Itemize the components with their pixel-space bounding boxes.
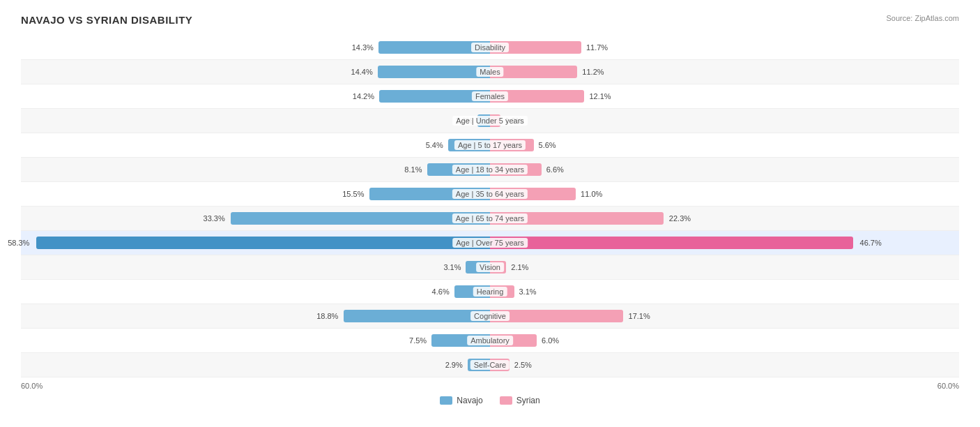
navajo-value: 2.9%: [445, 361, 463, 369]
bar-row: Age | 5 to 17 years5.4%5.6%: [21, 133, 959, 158]
syrian-value: 2.1%: [511, 263, 528, 271]
navajo-value: 3.1%: [443, 263, 461, 271]
bar-row: Males14.4%11.2%: [21, 60, 959, 84]
bar-label: Hearing: [473, 287, 507, 297]
x-axis-left: 60.0%: [21, 382, 43, 390]
navajo-value: 4.6%: [432, 287, 450, 296]
bar-row: Hearing4.6%3.1%: [21, 280, 959, 304]
x-axis-right: 60.0%: [937, 382, 959, 390]
syrian-legend-label: Syrian: [516, 396, 540, 405]
bar-row: Age | Over 75 years58.3%46.7%: [21, 231, 959, 255]
syrian-value: 12.1%: [589, 92, 611, 100]
navajo-legend-label: Navajo: [457, 396, 482, 405]
legend: Navajo Syrian: [21, 396, 959, 405]
navajo-value: 5.4%: [426, 141, 443, 149]
bar-row: Self-Care2.9%2.5%: [21, 353, 959, 377]
bar-label: Cognitive: [470, 311, 510, 321]
syrian-value: 11.2%: [582, 68, 604, 76]
syrian-value: 5.6%: [539, 141, 556, 149]
navajo-value: 15.5%: [342, 190, 364, 198]
syrian-value: 6.0%: [542, 336, 559, 345]
bar-label: Age | Under 5 years: [452, 116, 528, 126]
syrian-value: 22.3%: [669, 214, 691, 223]
navajo-value: 14.4%: [351, 68, 373, 76]
bar-row: Age | Under 5 years1.6%1.3%: [21, 109, 959, 133]
syrian-value: 3.1%: [519, 287, 537, 296]
syrian-value: 17.1%: [629, 312, 650, 320]
navajo-value: 8.1%: [404, 165, 422, 174]
bar-row: Ambulatory7.5%6.0%: [21, 329, 959, 353]
bar-label: Vision: [476, 262, 504, 272]
x-axis: 60.0% 60.0%: [21, 382, 959, 390]
navajo-bar: [344, 310, 490, 322]
navajo-bar: [378, 66, 490, 78]
bar-row: Disability14.3%11.7%: [21, 36, 959, 60]
bar-label: Age | 18 to 34 years: [452, 165, 528, 174]
legend-navajo: Navajo: [440, 396, 482, 405]
syrian-legend-box: [500, 396, 512, 405]
navajo-bar: [231, 212, 490, 225]
navajo-value: 14.2%: [353, 92, 374, 100]
navajo-value: 18.8%: [316, 312, 338, 320]
chart-title: NAVAJO VS SYRIAN DISABILITY: [21, 14, 192, 26]
legend-syrian: Syrian: [500, 396, 540, 405]
bar-label: Self-Care: [470, 360, 510, 370]
syrian-bar: [490, 237, 853, 249]
navajo-legend-box: [440, 396, 452, 405]
bar-label: Males: [476, 67, 503, 77]
navajo-value: 14.3%: [352, 43, 374, 52]
source-text: Source: ZipAtlas.com: [886, 14, 959, 22]
bar-label: Disability: [471, 43, 509, 52]
bar-row: Age | 35 to 64 years15.5%11.0%: [21, 182, 959, 207]
syrian-value: 2.5%: [514, 361, 532, 369]
bar-label: Age | 5 to 17 years: [454, 140, 526, 150]
bar-label: Females: [472, 91, 508, 101]
bar-label: Ambulatory: [467, 336, 513, 345]
navajo-bar: [36, 237, 490, 249]
bar-row: Age | 65 to 74 years33.3%22.3%: [21, 207, 959, 231]
syrian-value: 6.6%: [546, 165, 564, 174]
syrian-bar: [490, 310, 623, 322]
bar-row: Cognitive18.8%17.1%: [21, 304, 959, 329]
bar-row: Vision3.1%2.1%: [21, 255, 959, 280]
bar-label: Age | 65 to 74 years: [452, 214, 528, 223]
navajo-value: 33.3%: [204, 214, 225, 223]
bar-label: Age | 35 to 64 years: [452, 189, 528, 199]
navajo-value: 58.3%: [8, 239, 29, 247]
navajo-value: 7.5%: [409, 336, 427, 345]
syrian-value: 11.7%: [586, 43, 608, 52]
bar-row: Females14.2%12.1%: [21, 84, 959, 109]
bar-label: Age | Over 75 years: [452, 238, 528, 248]
syrian-value: 11.0%: [581, 190, 602, 198]
syrian-value: 46.7%: [860, 239, 882, 247]
bar-row: Age | 18 to 34 years8.1%6.6%: [21, 158, 959, 182]
chart-area: Disability14.3%11.7%Males14.4%11.2%Femal…: [21, 36, 959, 377]
